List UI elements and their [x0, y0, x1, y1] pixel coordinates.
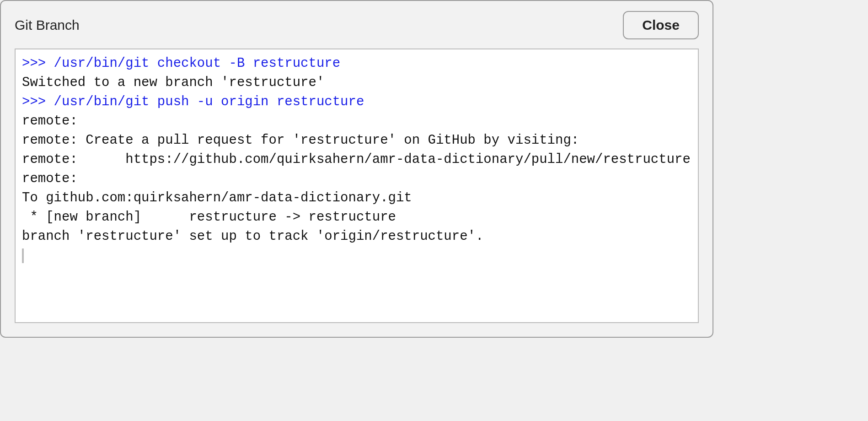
terminal-cursor	[22, 248, 24, 263]
dialog-header: Git Branch Close	[1, 1, 713, 46]
terminal-output-line: remote: https://github.com/quirksahern/a…	[22, 150, 691, 169]
terminal-command-line: >>> /usr/bin/git checkout -B restructure	[22, 54, 691, 73]
git-branch-dialog: Git Branch Close >>> /usr/bin/git checko…	[0, 0, 713, 338]
terminal-output-line: branch 'restructure' set up to track 'or…	[22, 227, 691, 246]
terminal-output-line: * [new branch] restructure -> restructur…	[22, 208, 691, 227]
terminal-command-line: >>> /usr/bin/git push -u origin restruct…	[22, 92, 691, 112]
terminal-output-line: To github.com:quirksahern/amr-data-dicti…	[22, 189, 691, 208]
terminal-cursor-line	[22, 246, 691, 265]
terminal-output-line: remote:	[22, 112, 691, 131]
terminal-output-line: remote:	[22, 169, 691, 189]
close-button[interactable]: Close	[623, 11, 699, 39]
terminal-output[interactable]: >>> /usr/bin/git checkout -B restructure…	[15, 49, 699, 323]
terminal-output-line: Switched to a new branch 'restructure'	[22, 73, 691, 92]
terminal-output-line: remote: Create a pull request for 'restr…	[22, 131, 691, 150]
dialog-title: Git Branch	[15, 17, 80, 33]
